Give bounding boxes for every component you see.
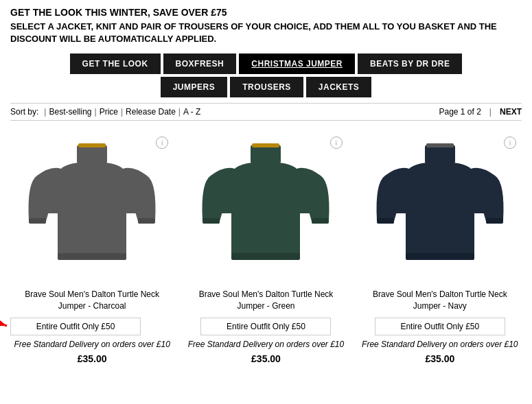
tab-boxfresh[interactable]: BOXFRESH xyxy=(163,54,237,74)
nav-tabs-row1: GET THE LOOK BOXFRESH CHRISTMAS JUMPER B… xyxy=(10,54,522,74)
sort-bestselling[interactable]: Best-selling xyxy=(49,107,91,117)
product-card-green: i Brave Soul Men's Dalton Turtle Neck Ju… xyxy=(184,131,347,364)
product-name-3: Brave Soul Men's Dalton Turtle Neck Jump… xyxy=(358,289,522,312)
product-image-green[interactable] xyxy=(197,131,334,282)
svg-rect-4 xyxy=(138,218,155,224)
info-icon-3[interactable]: i xyxy=(504,136,516,149)
tab-trousers[interactable]: TROUSERS xyxy=(230,77,303,97)
info-icon-2[interactable]: i xyxy=(330,136,343,149)
sort-bar: Sort by: | Best-selling | Price | Releas… xyxy=(10,103,522,121)
product-card-navy: i Brave Soul Men's Dalton Turtle Neck Ju… xyxy=(358,131,522,364)
info-icon-1[interactable]: i xyxy=(156,136,168,149)
product-price-3: £35.00 xyxy=(425,353,454,364)
promo-title: GET THE LOOK THIS WINTER, SAVE OVER £75 xyxy=(10,7,522,18)
product-name-1: Brave Soul Men's Dalton Turtle Neck Jump… xyxy=(10,289,174,312)
product-card-charcoal: i Brave Soul Men's Dalton Turtle Neck Ju… xyxy=(10,131,174,364)
product-price-2: £35.00 xyxy=(251,353,281,364)
svg-rect-9 xyxy=(203,218,220,224)
product-image-container-2: i xyxy=(184,131,347,282)
svg-rect-15 xyxy=(486,218,503,224)
outfit-price-1: Entire Outfit Only £50 xyxy=(10,318,141,335)
page-wrapper: GET THE LOOK THIS WINTER, SAVE OVER £75 … xyxy=(0,0,532,371)
tab-jumpers[interactable]: JUMPERS xyxy=(161,77,228,97)
svg-rect-8 xyxy=(231,253,300,260)
svg-rect-13 xyxy=(406,253,474,260)
tab-get-the-look[interactable]: GET THE LOOK xyxy=(70,54,161,74)
sort-az[interactable]: A - Z xyxy=(183,107,200,117)
svg-rect-3 xyxy=(29,218,46,224)
free-delivery-3: Free Standard Delivery on orders over £1… xyxy=(362,340,518,349)
sort-price[interactable]: Price xyxy=(100,107,118,117)
svg-rect-1 xyxy=(78,143,106,147)
tab-jackets[interactable]: JACKETS xyxy=(306,77,372,97)
sort-label: Sort by: xyxy=(10,107,38,117)
product-image-container-1: i xyxy=(10,131,174,282)
svg-rect-10 xyxy=(312,218,329,224)
promo-subtitle: SELECT A JACKET, KNIT AND PAIR OF TROUSE… xyxy=(10,21,522,45)
promo-header: GET THE LOOK THIS WINTER, SAVE OVER £75 … xyxy=(10,7,522,45)
sort-release-date[interactable]: Release Date xyxy=(126,107,176,117)
free-delivery-2: Free Standard Delivery on orders over £1… xyxy=(188,340,344,349)
svg-rect-11 xyxy=(425,145,455,164)
tab-christmas-jumper[interactable]: CHRISTMAS JUMPER xyxy=(239,54,355,74)
svg-rect-6 xyxy=(251,145,281,164)
free-delivery-1: Free Standard Delivery on orders over £1… xyxy=(10,340,174,349)
svg-rect-12 xyxy=(426,143,454,147)
svg-rect-7 xyxy=(252,143,279,147)
sort-right: Page 1 of 2 | NEXT xyxy=(439,107,522,117)
sort-left: Sort by: | Best-selling | Price | Releas… xyxy=(10,107,200,117)
svg-rect-2 xyxy=(58,253,126,260)
product-image-charcoal[interactable] xyxy=(23,131,161,282)
product-price-1: £35.00 xyxy=(10,353,174,364)
product-image-container-3: i xyxy=(358,131,522,282)
outfit-price-3: Entire Outfit Only £50 xyxy=(375,318,505,335)
tab-beats[interactable]: BEATS BY DR DRE xyxy=(358,54,462,74)
nav-tabs-row2: JUMPERS TROUSERS JACKETS xyxy=(10,77,522,97)
next-link[interactable]: NEXT xyxy=(500,107,522,117)
product-image-navy[interactable] xyxy=(371,131,509,282)
svg-rect-14 xyxy=(377,218,394,224)
products-grid: i Brave Soul Men's Dalton Turtle Neck Ju… xyxy=(10,131,522,364)
product-name-2: Brave Soul Men's Dalton Turtle Neck Jump… xyxy=(184,289,347,312)
pagination: Page 1 of 2 xyxy=(439,107,481,117)
svg-rect-0 xyxy=(77,145,107,164)
outfit-price-2: Entire Outfit Only £50 xyxy=(200,318,331,335)
